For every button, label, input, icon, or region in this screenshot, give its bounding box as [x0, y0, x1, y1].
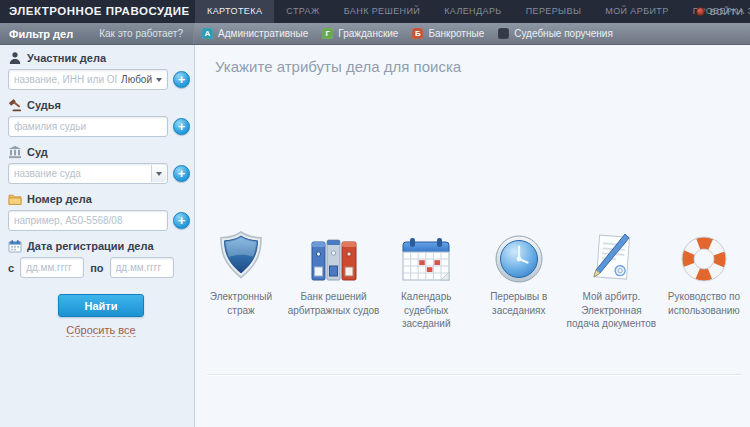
nav-bank-resheniy[interactable]: БАНК РЕШЕНИЙ — [332, 0, 432, 23]
nav-moy-arbitr[interactable]: МОЙ АРБИТР — [593, 0, 680, 23]
date-from-wrap — [20, 257, 84, 278]
participant-label-row: Участник дела — [8, 51, 194, 65]
service-label: Банк решений арбитражных судов — [288, 290, 380, 317]
category-bankruptcy[interactable]: Б Банкротные — [412, 28, 484, 39]
service-decisions-bank[interactable]: Банк решений арбитражных судов — [288, 228, 380, 331]
horizontal-divider — [207, 374, 742, 376]
service-label: Перерывы в заседаниях — [473, 290, 565, 317]
participant-label: Участник дела — [27, 52, 106, 64]
topbar: ЭЛЕКТРОННОЕ ПРАВОСУДИЕ КАРТОТЕКА СТРАЖ Б… — [0, 0, 750, 23]
person-icon — [8, 51, 22, 65]
lifebuoy-icon — [679, 234, 729, 284]
document-pen-icon — [587, 232, 635, 284]
participant-group: Участник дела Любой — [8, 51, 194, 90]
login-label: ВОЙТИ — [710, 7, 743, 17]
category-court-orders-label: Судебные поручения — [514, 28, 613, 39]
add-judge-button[interactable] — [173, 118, 190, 135]
case-number-label-row: Номер дела — [8, 192, 194, 206]
page-title: Укажите атрибуты дела для поиска — [215, 58, 461, 75]
category-administrative-label: Административные — [218, 28, 308, 39]
reg-date-group: Дата регистрации дела с по — [8, 239, 194, 278]
nav-pereryvy[interactable]: ПЕРЕРЫВЫ — [514, 0, 594, 23]
chevron-down-icon — [156, 172, 162, 176]
participant-input-wrap: Любой — [8, 69, 168, 90]
judge-group: Судья — [8, 98, 194, 137]
case-categories: А Административные Г Гражданские Б Банкр… — [194, 28, 613, 39]
reg-date-label-row: Дата регистрации дела — [8, 239, 194, 253]
date-from-input[interactable] — [26, 262, 78, 273]
service-my-arbiter-filing[interactable]: Мой арбитр. Электронная подача документо… — [565, 228, 657, 331]
court-building-icon — [8, 145, 22, 159]
court-label-row: Суд — [8, 145, 194, 159]
participant-input[interactable] — [14, 74, 117, 85]
category-administrative[interactable]: А Административные — [202, 28, 308, 39]
search-button[interactable]: Найти — [58, 294, 144, 317]
binders-icon — [309, 234, 359, 284]
filter-bar-left: Фильтр дел Как это работает? — [0, 23, 194, 44]
service-session-breaks[interactable]: Перерывы в заседаниях — [473, 228, 565, 331]
reg-date-label: Дата регистрации дела — [27, 240, 154, 252]
category-civil[interactable]: Г Гражданские — [322, 28, 398, 39]
judge-input-wrap — [8, 116, 168, 137]
search-sidebar: Участник дела Любой — [0, 45, 195, 427]
date-from-label: с — [8, 262, 14, 274]
court-input[interactable] — [14, 168, 151, 179]
case-number-label: Номер дела — [27, 193, 92, 205]
nav-kalendar[interactable]: КАЛЕНДАРЬ — [432, 0, 513, 23]
category-civil-label: Гражданские — [338, 28, 398, 39]
category-court-orders[interactable]: Судебные поручения — [498, 28, 613, 39]
clock-icon — [494, 234, 544, 284]
app-window: ЭЛЕКТРОННОЕ ПРАВОСУДИЕ КАРТОТЕКА СТРАЖ Б… — [0, 0, 750, 427]
service-label: Руководство по использованию — [658, 290, 750, 317]
shield-icon — [218, 230, 264, 284]
calendar-small-icon — [8, 239, 22, 253]
nav-kartoteka[interactable]: КАРТОТЕКА — [195, 0, 274, 23]
category-bankruptcy-label: Банкротные — [428, 28, 484, 39]
services-row: Электронный страж — [195, 228, 750, 331]
date-to-input[interactable] — [116, 262, 168, 273]
case-number-group: Номер дела — [8, 192, 194, 231]
folder-icon — [8, 192, 22, 206]
judge-input[interactable] — [14, 121, 162, 132]
court-input-wrap — [8, 163, 168, 184]
court-dropdown-button[interactable] — [151, 165, 166, 182]
service-electronic-guard[interactable]: Электронный страж — [195, 228, 287, 331]
content-area: Участник дела Любой — [0, 45, 750, 427]
court-label: Суд — [27, 146, 48, 158]
judge-label-row: Судья — [8, 98, 194, 112]
app-logo: ЭЛЕКТРОННОЕ ПРАВОСУДИЕ — [0, 0, 190, 23]
reset-all-link[interactable]: Сбросить все — [66, 324, 135, 337]
gavel-icon — [8, 98, 22, 112]
category-bankruptcy-icon: Б — [412, 28, 423, 39]
case-number-input-wrap — [8, 210, 168, 231]
judge-label: Судья — [27, 99, 61, 111]
service-sessions-calendar[interactable]: Календарь судебных заседаний — [380, 228, 472, 331]
main-panel: Укажите атрибуты дела для поиска — [195, 45, 750, 427]
chevron-down-icon — [156, 78, 162, 82]
service-label: Электронный страж — [195, 290, 287, 317]
login-status-icon — [696, 7, 705, 16]
category-court-orders-icon — [498, 28, 509, 39]
add-case-number-button[interactable] — [173, 212, 190, 229]
filter-bar: Фильтр дел Как это работает? А Администр… — [0, 23, 750, 45]
how-it-works-link[interactable]: Как это работает? — [99, 28, 183, 39]
court-group: Суд — [8, 145, 194, 184]
case-number-input[interactable] — [14, 215, 162, 226]
category-civil-icon: Г — [322, 28, 333, 39]
category-administrative-icon: А — [202, 28, 213, 39]
login-button[interactable]: ВОЙТИ — [696, 0, 743, 23]
calendar-icon — [401, 236, 451, 284]
service-user-guide[interactable]: Руководство по использованию — [658, 228, 750, 331]
service-label: Календарь судебных заседаний — [380, 290, 472, 331]
filter-title: Фильтр дел — [9, 28, 73, 40]
service-label: Мой арбитр. Электронная подача документо… — [565, 290, 657, 331]
nav-strazh[interactable]: СТРАЖ — [274, 0, 331, 23]
top-navigation: КАРТОТЕКА СТРАЖ БАНК РЕШЕНИЙ КАЛЕНДАРЬ П… — [195, 0, 750, 23]
add-participant-button[interactable] — [173, 71, 190, 88]
date-to-wrap — [110, 257, 174, 278]
add-court-button[interactable] — [173, 165, 190, 182]
date-to-label: по — [90, 262, 103, 274]
participant-type-dropdown[interactable]: Любой — [117, 74, 162, 85]
participant-type-value: Любой — [121, 74, 152, 85]
